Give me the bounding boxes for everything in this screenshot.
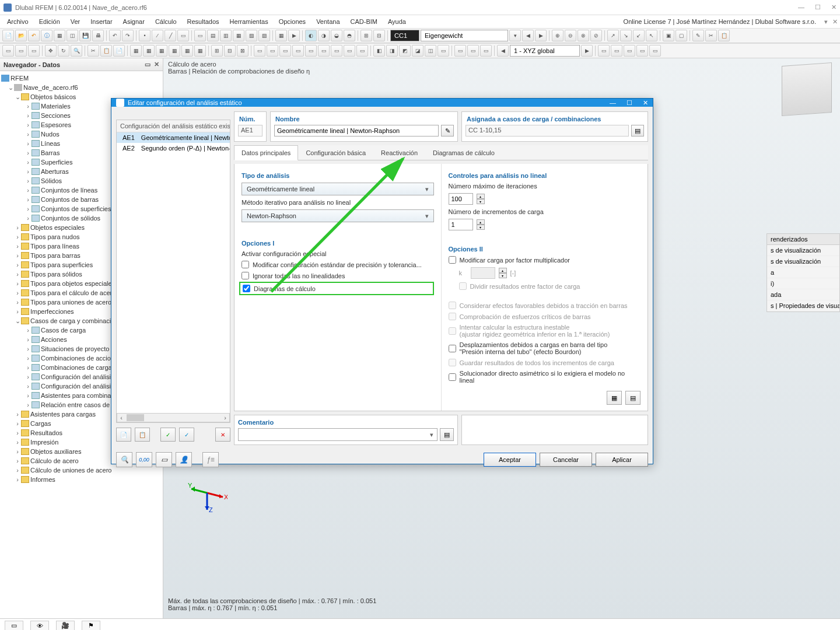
tb2-r3-icon[interactable]: ▭	[480, 45, 492, 57]
tree-root[interactable]: RFEM	[1, 74, 162, 83]
tb2-pn-icon[interactable]: ▶	[581, 45, 593, 57]
tb2-p2-icon[interactable]: ◨	[386, 45, 398, 57]
opt-btn1-icon[interactable]: ▦	[607, 391, 622, 405]
tb-sn1-icon[interactable]: ▣	[663, 30, 674, 41]
tb-loadcase-combo[interactable]: Eigengewicht	[421, 30, 508, 41]
list-scrollbar[interactable]: ‹›	[117, 413, 230, 422]
tb2-v5-icon[interactable]: ▭	[305, 45, 317, 57]
tb2-p3-icon[interactable]: ◩	[399, 45, 411, 57]
menu-ayuda[interactable]: Ayuda	[383, 17, 411, 26]
tb2-m4-icon[interactable]: ▦	[169, 45, 180, 57]
tb-misc1-icon[interactable]: ⊞	[360, 30, 372, 41]
tb-lc-dd-icon[interactable]: ▾	[509, 30, 521, 41]
tb-line-icon[interactable]: ⁄	[152, 30, 163, 41]
tb2-b-icon[interactable]: ▭	[15, 45, 27, 57]
tb-print-icon[interactable]: 🖶	[92, 30, 104, 41]
iter-down-icon[interactable]: ▾	[477, 199, 485, 204]
tb-res1-icon[interactable]: ◐	[305, 30, 317, 41]
tb2-m6-icon[interactable]: ▦	[194, 45, 206, 57]
dialog-close-icon[interactable]: ✕	[643, 99, 648, 107]
assigned-list-icon[interactable]: ▤	[631, 125, 644, 136]
tb2-x2-icon[interactable]: ▭	[611, 45, 622, 57]
tree-project[interactable]: ⌄Nave_de_acero.rf6	[1, 83, 162, 92]
tree-item[interactable]: ›Informes	[1, 475, 162, 484]
menu-archivo[interactable]: Archivo	[2, 17, 33, 26]
tb2-p1-icon[interactable]: ◧	[373, 45, 385, 57]
float-row[interactable]: s de visualización	[767, 256, 839, 267]
name-edit-icon[interactable]: ✎	[441, 125, 454, 136]
tb-o1-icon[interactable]: ⊕	[552, 30, 564, 41]
list-chk2-icon[interactable]: ✓	[179, 428, 194, 442]
tb-new-icon[interactable]: 📄	[2, 30, 14, 41]
incr-down-icon[interactable]: ▾	[477, 225, 485, 230]
menu-expand-icon[interactable]: ▾	[824, 18, 828, 26]
list-delete-icon[interactable]: ✕	[215, 428, 230, 442]
name-input[interactable]	[274, 125, 439, 136]
tab-reactivacion[interactable]: Reactivación	[373, 145, 425, 160]
chk-ignorar[interactable]: Ignorar todas las no linealidades	[242, 272, 434, 279]
list-copy-icon[interactable]: 📋	[135, 428, 150, 442]
tb-calc-icon[interactable]: ▦	[275, 30, 287, 41]
tb2-rot-icon[interactable]: ↻	[58, 45, 69, 57]
mdi-close-icon[interactable]: ✕	[832, 18, 838, 26]
tb-ax2-icon[interactable]: ↘	[620, 30, 632, 41]
dialog-config-list[interactable]: Configuración del análisis estático exis…	[116, 120, 230, 423]
window-maximize[interactable]: ☐	[815, 4, 821, 11]
tb2-s2-icon[interactable]: ⊟	[224, 45, 236, 57]
tb2-v6-icon[interactable]: ▭	[318, 45, 330, 57]
tb2-a-icon[interactable]: ▭	[2, 45, 14, 57]
combo-tipo-analisis[interactable]: Geométricamente lineal▾	[242, 183, 434, 195]
tb-res4-icon[interactable]: ◓	[344, 30, 355, 41]
menu-edicion[interactable]: Edición	[34, 17, 65, 26]
menu-opciones[interactable]: Opciones	[274, 17, 310, 26]
tb2-v9-icon[interactable]: ▭	[356, 45, 368, 57]
tb-misc2-icon[interactable]: ⊟	[373, 30, 385, 41]
tb-e2-icon[interactable]: ✂	[705, 30, 717, 41]
tb-calc2-icon[interactable]: ▶	[288, 30, 300, 41]
bb-cam-icon[interactable]: 🎥	[56, 621, 75, 631]
tb2-view-combo[interactable]: 1 - XYZ global	[510, 45, 580, 57]
incr-up-icon[interactable]: ▴	[477, 219, 485, 225]
tb-res3-icon[interactable]: ◒	[331, 30, 342, 41]
tb2-zoom-icon[interactable]: 🔍	[71, 45, 82, 57]
tb2-x3-icon[interactable]: ▭	[624, 45, 635, 57]
tb2-m2-icon[interactable]: ▦	[143, 45, 155, 57]
tb-next-icon[interactable]: ▶	[535, 30, 547, 41]
menu-ver[interactable]: Ver	[66, 17, 85, 26]
tb-open-icon[interactable]: 📂	[15, 30, 27, 41]
tb-o2-icon[interactable]: ⊖	[565, 30, 576, 41]
tb-res2-icon[interactable]: ◑	[318, 30, 330, 41]
tb2-pan-icon[interactable]: ✥	[45, 45, 57, 57]
tb-save-icon[interactable]: 💾	[79, 30, 91, 41]
dlg-person-icon[interactable]: 👤	[176, 452, 192, 467]
comment-btn-icon[interactable]: ▤	[440, 428, 454, 441]
tb2-x1-icon[interactable]: ▭	[598, 45, 610, 57]
tb2-pst-icon[interactable]: 📄	[113, 45, 125, 57]
chk-multiplicador[interactable]: Modificar carga por factor multiplicador	[449, 256, 641, 264]
dlg-fx-icon[interactable]: ƒ≡	[202, 452, 219, 467]
tb2-r1-icon[interactable]: ▭	[454, 45, 466, 57]
tb-prev-icon[interactable]: ◀	[522, 30, 534, 41]
tb-e3-icon[interactable]: 📋	[718, 30, 730, 41]
menu-cadbim[interactable]: CAD-BIM	[346, 17, 382, 26]
tb-cc-combo[interactable]: CC1	[390, 30, 419, 41]
dlg-search-icon[interactable]: 🔍	[116, 452, 132, 467]
chk-bourdon[interactable]: Desplazamientos debidos a cargas en barr…	[449, 341, 641, 355]
ok-button[interactable]: Aceptar	[484, 453, 536, 467]
bb-flag-icon[interactable]: ⚑	[82, 621, 100, 631]
tb2-v4-icon[interactable]: ▭	[292, 45, 304, 57]
tb2-p4-icon[interactable]: ◪	[412, 45, 424, 57]
apply-button[interactable]: Aplicar	[596, 453, 648, 467]
nav-close-icon[interactable]: ✕	[154, 61, 159, 68]
tb-sn2-icon[interactable]: ▢	[676, 30, 687, 41]
tb2-x4-icon[interactable]: ▭	[636, 45, 648, 57]
dlg-units-icon[interactable]: 0,00	[136, 452, 152, 467]
tb-member-icon[interactable]: ╱	[164, 30, 176, 41]
input-incr[interactable]	[449, 219, 473, 230]
menu-ventana[interactable]: Ventana	[312, 17, 344, 26]
menu-asignar[interactable]: Asignar	[118, 17, 149, 26]
tb-node-icon[interactable]: •	[139, 30, 150, 41]
window-close[interactable]: ✕	[831, 4, 836, 11]
tb-ax3-icon[interactable]: ↙	[633, 30, 645, 41]
spin-iter[interactable]: ▴▾	[449, 193, 641, 205]
